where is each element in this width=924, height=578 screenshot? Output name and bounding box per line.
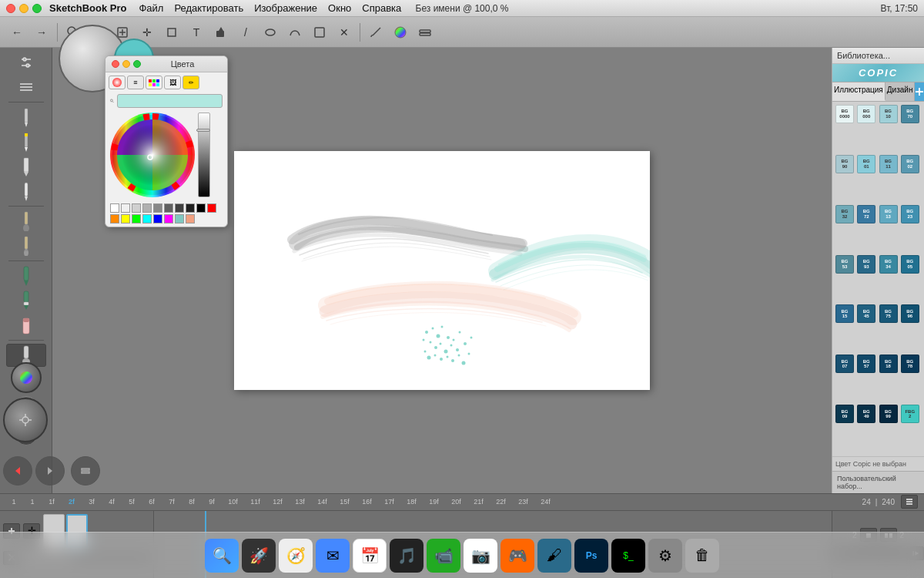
pencil-tool-2[interactable] <box>6 130 46 153</box>
dock-safari[interactable]: 🧭 <box>279 539 313 573</box>
swatch-3[interactable] <box>142 203 152 213</box>
copic-color-17[interactable]: BG 45 <box>857 304 875 323</box>
dock-sketchbook[interactable]: 🖌 <box>537 539 571 573</box>
fill-button[interactable] <box>210 22 232 43</box>
distort-button[interactable]: ✕ <box>333 22 355 43</box>
dock-photos[interactable]: 📷 <box>464 539 497 573</box>
pencil-tool-4[interactable] <box>6 180 46 203</box>
dock-finder[interactable]: 🔍 <box>205 539 239 573</box>
copic-color-1[interactable]: BG 000 <box>857 105 875 123</box>
copic-tab-illustration[interactable]: Иллюстрация <box>832 82 886 101</box>
copic-color-19[interactable]: BG 96 <box>901 304 919 323</box>
color-tab-wheel[interactable] <box>109 76 126 89</box>
undo-button[interactable]: ← <box>6 22 28 43</box>
color-circle-button[interactable] <box>11 362 42 393</box>
copic-color-4[interactable]: BG 90 <box>835 155 854 173</box>
copic-color-2[interactable]: BG 10 <box>879 105 898 123</box>
copic-color-21[interactable]: BG 57 <box>857 355 875 373</box>
color-picker-max[interactable] <box>133 60 141 68</box>
color-tab-swatches[interactable] <box>146 76 162 89</box>
swatch-6[interactable] <box>175 203 184 213</box>
brush-button[interactable] <box>365 22 387 43</box>
marker-tool-1[interactable] <box>6 264 46 287</box>
swatch-2[interactable] <box>132 203 141 213</box>
copic-color-3[interactable]: BG 70 <box>901 105 919 123</box>
dock-photoshop[interactable]: Ps <box>574 539 608 573</box>
copic-color-14[interactable]: BG 34 <box>879 255 898 274</box>
copic-tab-design[interactable]: Дизайн <box>886 82 916 101</box>
adjust-tool[interactable] <box>6 51 46 74</box>
redo-button[interactable]: → <box>31 22 52 43</box>
symmetry-button[interactable] <box>309 22 330 43</box>
dock-mail[interactable]: ✉ <box>316 539 350 573</box>
copic-color-13[interactable]: BG 93 <box>857 255 875 274</box>
swatch-5[interactable] <box>164 203 173 213</box>
menu-edit[interactable]: Редактировать <box>174 2 243 14</box>
menu-help[interactable]: Справка <box>362 2 401 14</box>
pencil-tool-1[interactable] <box>6 106 46 129</box>
color-tab-image[interactable]: 🖼 <box>164 76 181 89</box>
copic-color-7[interactable]: BG 02 <box>901 155 919 173</box>
brush-tool-1[interactable] <box>6 210 46 233</box>
dock-facetime[interactable]: 📹 <box>427 539 460 573</box>
drawing-canvas[interactable] <box>234 151 650 390</box>
swatch-4[interactable] <box>153 203 162 213</box>
menu-window[interactable]: Окно <box>328 2 351 14</box>
maximize-button[interactable] <box>32 4 42 13</box>
swatch-cyan[interactable] <box>142 214 152 223</box>
swatch-blue[interactable] <box>153 214 162 223</box>
swatch-black[interactable] <box>196 203 206 213</box>
copic-color-27[interactable]: FBG 2 <box>901 405 919 423</box>
forward-arrow-button[interactable] <box>35 456 65 486</box>
swatch-orange[interactable] <box>110 214 119 223</box>
back-arrow-button[interactable] <box>3 456 32 486</box>
copic-color-0[interactable]: BG 0000 <box>835 105 854 123</box>
timeline-settings-button[interactable] <box>901 495 918 509</box>
swatch-1[interactable] <box>121 203 130 213</box>
color-search-input[interactable] <box>117 94 223 108</box>
copic-color-15[interactable]: BG 05 <box>901 255 919 274</box>
copic-color-5[interactable]: BG 01 <box>857 155 875 173</box>
slider-handle[interactable] <box>196 129 210 132</box>
magic-select-button[interactable] <box>112 22 133 43</box>
pencil-tool-3[interactable] <box>6 155 46 178</box>
copic-color-16[interactable]: BG 15 <box>835 304 854 323</box>
color-picker-min[interactable] <box>122 60 130 68</box>
menu-file[interactable]: Файл <box>139 2 163 14</box>
properties-tool[interactable] <box>6 76 46 99</box>
text-button[interactable]: T <box>186 22 207 43</box>
transform-button[interactable] <box>161 22 182 43</box>
swatch-7[interactable] <box>186 203 195 213</box>
copic-color-18[interactable]: BG 75 <box>879 304 898 323</box>
copic-color-12[interactable]: BG 53 <box>835 255 854 274</box>
copic-color-23[interactable]: BG 78 <box>901 355 919 373</box>
copic-color-24[interactable]: BG 09 <box>835 405 854 423</box>
copic-color-26[interactable]: BG 99 <box>879 405 898 423</box>
ruler-button[interactable]: / <box>235 22 256 43</box>
color-picker-close[interactable] <box>112 60 119 68</box>
brush-tool-2[interactable] <box>6 234 46 257</box>
curve-button[interactable] <box>284 22 306 43</box>
move-button[interactable]: ✛ <box>136 22 158 43</box>
color-wheel-button[interactable] <box>390 22 411 43</box>
color-tab-sliders[interactable]: ≡ <box>127 76 144 89</box>
copic-color-9[interactable]: BG 72 <box>857 205 875 223</box>
layers-panel-button[interactable] <box>71 456 100 486</box>
layers-button[interactable] <box>414 22 436 43</box>
close-button[interactable] <box>6 4 15 13</box>
swatch-red[interactable] <box>207 203 216 213</box>
copic-color-25[interactable]: BG 49 <box>857 405 875 423</box>
dock-trash[interactable]: 🗑 <box>685 539 719 573</box>
dock-system-prefs[interactable]: ⚙ <box>648 539 682 573</box>
copic-color-22[interactable]: BG 18 <box>879 355 898 373</box>
color-tab-crayon[interactable]: ✏ <box>182 76 199 89</box>
copic-add-button[interactable] <box>915 82 924 101</box>
swatch-teal[interactable] <box>175 214 184 223</box>
copic-color-6[interactable]: BG 11 <box>879 155 898 173</box>
marquee-button[interactable] <box>87 22 109 43</box>
dock-launchpad[interactable]: 🚀 <box>242 539 276 573</box>
brightness-slider[interactable] <box>198 113 210 197</box>
copic-color-20[interactable]: BG 07 <box>835 355 854 373</box>
dock-calendar[interactable]: 📅 <box>353 539 387 573</box>
ellipse-button[interactable] <box>259 22 281 43</box>
